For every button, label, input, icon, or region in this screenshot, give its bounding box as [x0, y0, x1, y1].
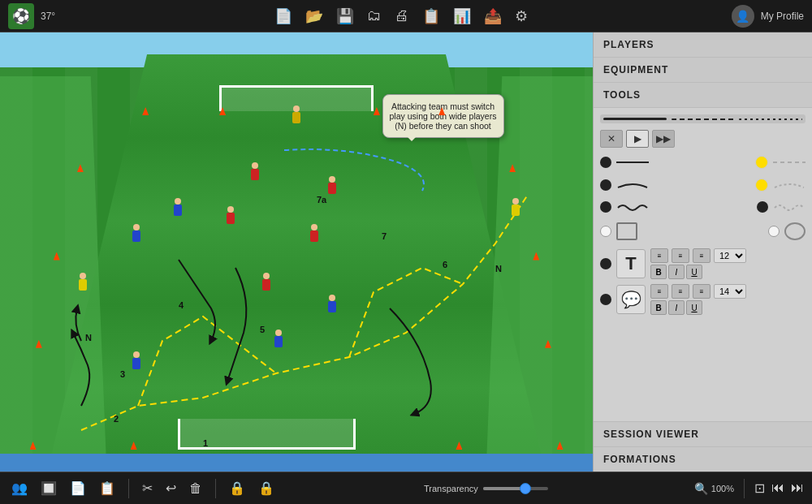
- prev-icon[interactable]: ⏮: [771, 480, 784, 496]
- player-blue: [172, 200, 184, 216]
- players-bottom-icon[interactable]: 👥: [8, 477, 31, 499]
- lock-all-icon[interactable]: 🔒: [255, 477, 278, 499]
- circle-white-2[interactable]: [768, 226, 780, 237]
- temperature-badge: 37°: [41, 11, 55, 22]
- bubble-align-left[interactable]: ≡: [650, 284, 668, 299]
- italic-btn[interactable]: I: [668, 265, 685, 279]
- arrow-double-btn[interactable]: ▶▶: [652, 130, 675, 148]
- dashed-line-shape-1[interactable]: [773, 162, 806, 163]
- ellipse-shape[interactable]: [784, 222, 806, 240]
- circle-white-1[interactable]: [600, 226, 611, 237]
- wavy-dashed-shape: [773, 201, 806, 213]
- new-icon[interactable]: 📄: [274, 7, 292, 25]
- rect-shape[interactable]: [616, 222, 637, 240]
- bubble-circle[interactable]: [600, 294, 611, 305]
- shape-item-6: [757, 201, 806, 213]
- line-solid[interactable]: [603, 118, 667, 120]
- canvas-area[interactable]: Attacking team must switch play using bo…: [0, 32, 593, 472]
- report-icon[interactable]: 📊: [453, 7, 471, 25]
- text-format-area: ≡ ≡ ≡ 12141618 B I U: [650, 248, 746, 279]
- transparency-section: Transparency: [424, 484, 548, 493]
- lane-left: [0, 76, 106, 472]
- bubble-bold-btn[interactable]: B: [650, 300, 667, 315]
- transparency-label: Transparency: [424, 484, 478, 493]
- shape-row-3: [600, 200, 806, 214]
- delete-bottom-icon[interactable]: 🗑: [186, 478, 205, 499]
- top-toolbar: ⚽ 37° 📄 📂 💾 🗂 🖨 📋 📊 📤 ⚙ 👤 My Profile: [0, 0, 812, 32]
- profile-area[interactable]: 👤 My Profile: [732, 5, 804, 28]
- copy-bottom-icon[interactable]: 📋: [96, 477, 119, 499]
- text-circle[interactable]: [600, 258, 611, 269]
- bold-btn[interactable]: B: [650, 265, 667, 279]
- shape-item-2: [755, 156, 806, 169]
- bubble-button[interactable]: 💬: [616, 285, 646, 314]
- arrow-row: ✕ ▶ ▶▶: [600, 130, 806, 148]
- bubble-italic-btn[interactable]: I: [668, 300, 685, 315]
- align-left-icon[interactable]: ≡: [650, 248, 668, 263]
- players-header[interactable]: PLAYERS: [594, 32, 812, 58]
- fit-screen-icon[interactable]: ⊡: [754, 480, 765, 496]
- export-icon[interactable]: 🖨: [395, 7, 409, 25]
- callout-bubble: Attacking team must switch play using bo…: [382, 94, 504, 138]
- shape-item-3: [600, 179, 649, 191]
- circle-yellow-1[interactable]: [755, 156, 768, 169]
- underline-btn[interactable]: U: [686, 265, 702, 279]
- session-viewer-header[interactable]: SESSION VIEWER: [594, 421, 812, 446]
- font-size-text-select[interactable]: 12141618: [714, 248, 746, 263]
- dotted-curve-shape: [773, 179, 806, 191]
- align-right-icon[interactable]: ≡: [693, 248, 710, 263]
- circle-black-2[interactable]: [600, 179, 611, 191]
- player-yellow-n-left: [77, 274, 89, 291]
- bubble-underline-btn[interactable]: U: [686, 300, 702, 315]
- zoom-in-icon[interactable]: 🔍: [694, 482, 708, 495]
- circle-black-4[interactable]: [757, 201, 768, 213]
- tools-header[interactable]: TOOLS: [594, 83, 812, 108]
- bubble-align-right[interactable]: ≡: [693, 284, 710, 299]
- app-logo: ⚽: [8, 3, 34, 29]
- new-bottom-icon[interactable]: 📄: [67, 477, 89, 499]
- line-shape-1[interactable]: [616, 162, 649, 163]
- clipboard-icon[interactable]: 📋: [422, 7, 440, 25]
- arrow-play-btn[interactable]: ▶: [626, 130, 649, 148]
- save-as-icon[interactable]: 🗂: [367, 7, 382, 25]
- share-icon[interactable]: 📤: [484, 7, 502, 25]
- tools-content: ✕ ▶ ▶▶: [594, 108, 812, 421]
- text-T-button[interactable]: T: [616, 249, 646, 278]
- align-center-icon[interactable]: ≡: [672, 248, 689, 263]
- bubble-align-center[interactable]: ≡: [672, 284, 689, 299]
- settings-icon[interactable]: ⚙: [515, 7, 528, 25]
- shape-row-4: [600, 221, 806, 242]
- player-red: [326, 178, 338, 194]
- zoom-value: 100%: [711, 484, 734, 493]
- save-icon[interactable]: 💾: [336, 7, 354, 25]
- bubble-format-area: ≡ ≡ ≡ 141216 B I U: [650, 284, 746, 315]
- separator-3: [744, 479, 745, 498]
- shape-row-2: [600, 177, 806, 193]
- undo-bottom-icon[interactable]: ↩: [162, 477, 179, 499]
- next-icon[interactable]: ⏭: [791, 480, 804, 496]
- profile-label: My Profile: [761, 11, 804, 22]
- transparency-slider[interactable]: [483, 487, 548, 490]
- font-size-bubble-select[interactable]: 141216: [714, 284, 746, 299]
- circle-black-3[interactable]: [600, 201, 611, 213]
- open-icon[interactable]: 📂: [305, 7, 323, 25]
- formations-header[interactable]: FORMATIONS: [594, 446, 812, 472]
- bubble-format-top: ≡ ≡ ≡ 141216: [650, 284, 746, 299]
- cut-bottom-icon[interactable]: ✂: [139, 477, 156, 499]
- player-blue: [326, 296, 338, 312]
- text-bold-italic: B I U: [650, 265, 746, 279]
- line-dotted[interactable]: [739, 118, 802, 120]
- circle-black-1[interactable]: [600, 157, 611, 168]
- arrow-cross-btn[interactable]: ✕: [600, 130, 623, 148]
- transparency-thumb[interactable]: [520, 483, 531, 494]
- shape-item-1: [600, 157, 649, 168]
- lock-icon[interactable]: 🔒: [226, 477, 248, 499]
- shape-row-1: [600, 154, 806, 170]
- text-row: T ≡ ≡ ≡ 12141618 B I U: [600, 248, 806, 279]
- line-style-row: [600, 114, 806, 123]
- shapes-bottom-icon[interactable]: 🔲: [37, 477, 60, 499]
- equipment-header[interactable]: EQUIPMENT: [594, 58, 812, 83]
- field: Attacking team must switch play using bo…: [0, 32, 593, 472]
- circle-yellow-2[interactable]: [755, 179, 768, 192]
- line-dashed[interactable]: [672, 118, 735, 120]
